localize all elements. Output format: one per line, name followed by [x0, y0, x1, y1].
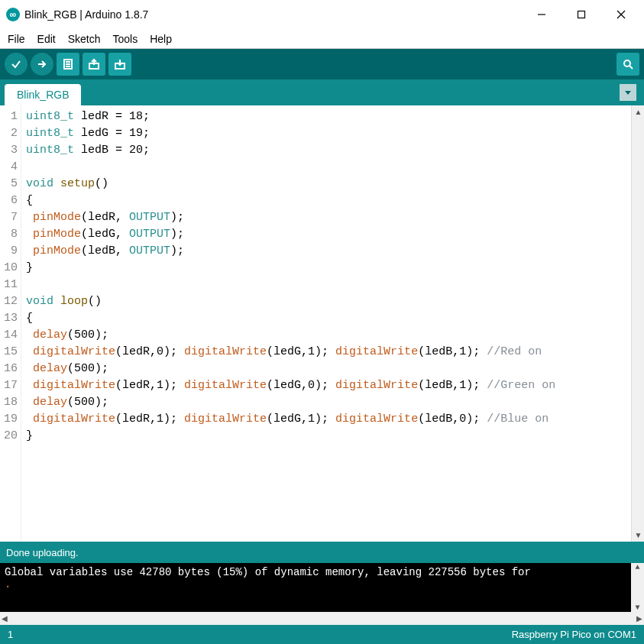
upload-button[interactable]	[31, 53, 53, 76]
titlebar: Blink_RGB | Arduino 1.8.7	[0, 0, 644, 29]
menubar: File Edit Sketch Tools Help	[0, 29, 644, 49]
scroll-down-icon[interactable]: ▼	[632, 529, 644, 542]
close-button[interactable]	[610, 4, 632, 25]
menu-file[interactable]: File	[3, 31, 30, 47]
menu-edit[interactable]: Edit	[33, 31, 60, 47]
svg-marker-13	[625, 91, 631, 95]
horizontal-scrollbar[interactable]: ◀ ▶	[0, 612, 644, 625]
editor: 1 2 3 4 5 6 7 8 9 10 11 12 13 14 15 16 1…	[0, 105, 644, 542]
console-line-2: .	[5, 578, 11, 591]
menu-tools[interactable]: Tools	[108, 31, 143, 47]
arduino-app-icon	[6, 8, 20, 21]
console-line-1: Global variables use 42780 bytes (15%) o…	[5, 566, 537, 578]
new-sketch-button[interactable]	[57, 53, 79, 76]
status-text: Done uploading.	[6, 547, 79, 558]
menu-sketch[interactable]: Sketch	[63, 31, 105, 47]
menu-help[interactable]: Help	[145, 31, 176, 47]
scroll-left-icon[interactable]: ◀	[2, 614, 8, 623]
svg-rect-1	[578, 11, 585, 18]
minimize-button[interactable]	[531, 4, 552, 25]
window-controls	[531, 4, 632, 25]
scroll-up-icon[interactable]: ▲	[635, 563, 639, 571]
open-sketch-button[interactable]	[83, 53, 105, 76]
scroll-down-icon[interactable]: ▼	[635, 604, 639, 612]
board-port-indicator: Raspberry Pi Pico on COM1	[512, 629, 636, 640]
toolbar	[0, 49, 644, 79]
status-bar: Done uploading.	[0, 542, 644, 563]
window-title: Blink_RGB | Arduino 1.8.7	[24, 8, 531, 21]
tab-active[interactable]: Blink_RGB	[5, 84, 81, 105]
editor-vertical-scrollbar[interactable]: ▲ ▼	[631, 105, 644, 542]
console[interactable]: Global variables use 42780 bytes (15%) o…	[0, 563, 644, 612]
code-area[interactable]: uint8_t ledR = 18; uint8_t ledG = 19; ui…	[21, 105, 631, 542]
bottom-bar: 1 Raspberry Pi Pico on COM1	[0, 625, 644, 644]
tab-menu-button[interactable]	[620, 84, 636, 101]
line-number-indicator: 1	[8, 629, 13, 640]
verify-button[interactable]	[5, 53, 28, 76]
line-gutter: 1 2 3 4 5 6 7 8 9 10 11 12 13 14 15 16 1…	[0, 105, 21, 542]
svg-line-12	[629, 66, 633, 69]
save-sketch-button[interactable]	[108, 53, 131, 76]
scroll-right-icon[interactable]: ▶	[636, 614, 642, 623]
console-vertical-scrollbar[interactable]: ▲ ▼	[631, 563, 644, 612]
scroll-up-icon[interactable]: ▲	[632, 105, 644, 118]
serial-monitor-button[interactable]	[616, 53, 639, 76]
svg-point-11	[624, 60, 630, 66]
tabstrip: Blink_RGB	[0, 79, 644, 105]
maximize-button[interactable]	[571, 4, 592, 25]
